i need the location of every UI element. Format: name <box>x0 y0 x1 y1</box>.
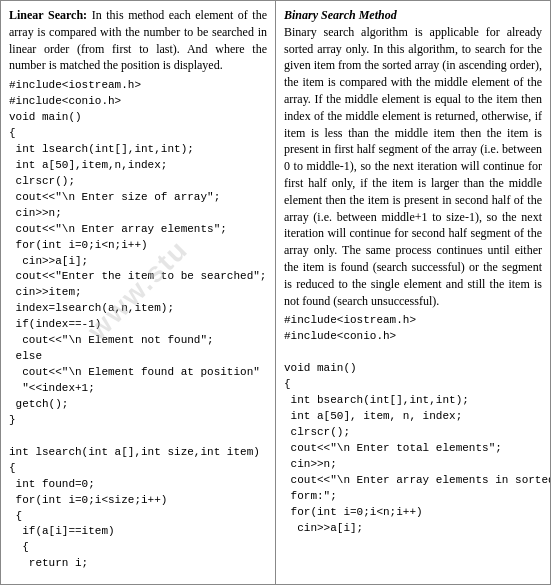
main-container: Linear Search: In this method each eleme… <box>0 0 551 585</box>
right-title: Binary Search Method <box>284 8 397 22</box>
left-column: Linear Search: In this method each eleme… <box>1 1 276 584</box>
right-column: Binary Search Method Binary search algor… <box>276 1 550 584</box>
right-code: #include<iostream.h> #include<conio.h> v… <box>284 313 542 536</box>
left-title: Linear Search: <box>9 8 87 22</box>
right-content: Binary Search Method Binary search algor… <box>284 7 542 309</box>
left-intro-text: Linear Search: In this method each eleme… <box>9 7 267 74</box>
left-code: #include<iostream.h> #include<conio.h> v… <box>9 78 267 572</box>
right-text: Binary search algorithm is applicable fo… <box>284 25 542 308</box>
